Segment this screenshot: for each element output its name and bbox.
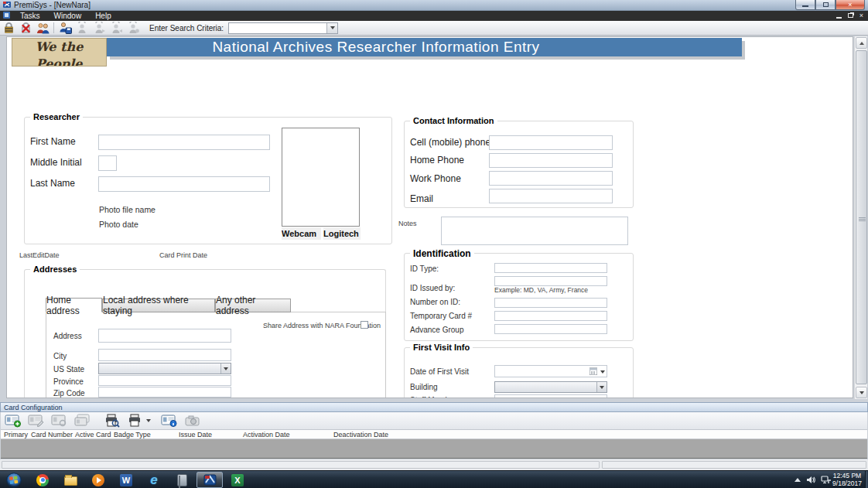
us-state-select[interactable] bbox=[98, 363, 231, 374]
print-preview-icon[interactable] bbox=[103, 414, 121, 428]
column-issue-date[interactable]: Issue Date bbox=[179, 431, 212, 439]
mdi-close-button[interactable]: × bbox=[859, 12, 863, 19]
notes-textarea[interactable] bbox=[441, 217, 628, 245]
cell-phone-input[interactable] bbox=[489, 135, 613, 150]
minimize-button[interactable] bbox=[795, 0, 815, 10]
save-user-icon[interactable] bbox=[56, 22, 73, 35]
search-criteria-combobox[interactable] bbox=[228, 22, 338, 34]
share-address-checkbox[interactable] bbox=[361, 321, 368, 329]
lock-icon[interactable] bbox=[0, 22, 17, 35]
users-icon[interactable] bbox=[34, 22, 51, 35]
scrollbar-thumb[interactable] bbox=[856, 50, 867, 384]
taskbar-internet-explorer[interactable]: e bbox=[141, 472, 167, 488]
taskbar-premisys-active[interactable] bbox=[196, 472, 223, 488]
taskbar-calculator[interactable] bbox=[169, 472, 195, 488]
column-badge-type[interactable]: Badge Type bbox=[114, 431, 151, 439]
copy-card-icon[interactable] bbox=[73, 414, 92, 428]
form-banner: National Archives Researcher Information… bbox=[107, 38, 742, 56]
network-icon[interactable] bbox=[821, 473, 831, 487]
tray-expand-icon[interactable] bbox=[795, 478, 801, 482]
id-type-input[interactable] bbox=[494, 263, 607, 273]
calendar-icon[interactable] bbox=[589, 367, 597, 377]
taskbar-word[interactable]: W bbox=[113, 472, 139, 488]
calculator-icon bbox=[177, 474, 187, 486]
temporary-card-input[interactable] bbox=[494, 311, 607, 321]
province-input[interactable] bbox=[98, 375, 231, 386]
taskbar-clock[interactable]: 12:45 PM 9/18/2017 bbox=[831, 473, 863, 487]
card-configuration-toolbar bbox=[1, 412, 867, 430]
province-label: Province bbox=[53, 377, 84, 386]
webcam-button[interactable]: Webcam bbox=[282, 227, 321, 240]
card-configuration-title: Card Configuration bbox=[4, 404, 63, 411]
tab-local-address[interactable]: Local address where staying bbox=[102, 299, 215, 312]
premisys-taskbar-icon bbox=[203, 473, 217, 486]
menu-window[interactable]: Window bbox=[47, 12, 89, 20]
date-dropdown-icon[interactable] bbox=[600, 370, 605, 374]
mdi-restore-button[interactable] bbox=[848, 13, 853, 18]
mdi-minimize-button[interactable] bbox=[836, 17, 842, 19]
edit-card-icon[interactable] bbox=[27, 414, 46, 428]
volume-icon[interactable] bbox=[806, 473, 815, 487]
tab-other-address[interactable]: Any other address bbox=[215, 299, 291, 312]
user-nav-icon-4[interactable] bbox=[125, 22, 142, 35]
photo-preview-box bbox=[282, 128, 360, 227]
card-grid-header: Primary Card Number Active Card Badge Ty… bbox=[1, 430, 867, 439]
middle-initial-input[interactable] bbox=[98, 155, 117, 171]
restore-button[interactable] bbox=[815, 0, 836, 10]
date-first-visit-input[interactable] bbox=[494, 365, 607, 377]
scroll-up-icon[interactable] bbox=[856, 37, 867, 49]
column-card-number[interactable]: Card Number bbox=[31, 431, 73, 439]
taskbar-excel[interactable]: X bbox=[224, 472, 251, 488]
user-nav-icon-1[interactable] bbox=[73, 22, 91, 35]
city-input[interactable] bbox=[98, 349, 231, 361]
add-card-icon[interactable] bbox=[4, 414, 22, 428]
id-issued-by-input[interactable] bbox=[494, 276, 607, 286]
print-icon[interactable] bbox=[126, 414, 145, 428]
form-vertical-scrollbar[interactable] bbox=[854, 36, 867, 399]
staff-member-input[interactable] bbox=[494, 394, 607, 398]
user-nav-icon-3[interactable] bbox=[108, 22, 125, 35]
combobox-dropdown-icon[interactable] bbox=[326, 23, 337, 33]
email-input[interactable] bbox=[489, 189, 613, 203]
view-card-icon[interactable] bbox=[50, 414, 69, 428]
card-info-icon[interactable] bbox=[160, 414, 179, 428]
logitech-button[interactable]: Logitech bbox=[323, 227, 361, 240]
last-name-input[interactable] bbox=[98, 176, 270, 192]
building-select[interactable] bbox=[494, 381, 607, 393]
print-options-dropdown-icon[interactable] bbox=[146, 419, 151, 422]
home-phone-input[interactable] bbox=[489, 153, 613, 168]
windows-start-orb-icon bbox=[6, 473, 22, 488]
address-input[interactable] bbox=[98, 329, 231, 343]
menu-bar: Tasks Window Help bbox=[0, 11, 868, 21]
work-phone-input[interactable] bbox=[489, 171, 613, 186]
title-bar: PremiSys - [NewNara] × bbox=[0, 0, 868, 11]
scroll-down-icon[interactable] bbox=[856, 387, 867, 398]
number-on-id-input[interactable] bbox=[494, 298, 607, 308]
column-deactivation-date[interactable]: Deactivation Date bbox=[333, 431, 388, 439]
taskbar-media-player[interactable] bbox=[85, 472, 111, 488]
status-bar bbox=[0, 459, 868, 470]
close-button[interactable]: × bbox=[836, 0, 865, 10]
show-desktop-button[interactable] bbox=[865, 471, 868, 488]
date-first-visit-label: Date of First Visit bbox=[410, 367, 469, 376]
notes-label: Notes bbox=[398, 220, 417, 227]
column-activation-date[interactable]: Activation Date bbox=[243, 431, 290, 439]
menu-tasks[interactable]: Tasks bbox=[13, 12, 47, 20]
tab-home-address[interactable]: Home address bbox=[46, 298, 102, 312]
premisys-app-icon bbox=[3, 1, 11, 10]
zip-code-input[interactable] bbox=[98, 387, 231, 398]
advance-group-input[interactable] bbox=[494, 324, 607, 334]
chrome-icon bbox=[36, 474, 49, 486]
start-button[interactable] bbox=[2, 472, 26, 488]
advance-group-label: Advance Group bbox=[410, 326, 464, 334]
capture-photo-icon[interactable] bbox=[183, 414, 202, 428]
user-nav-icon-2[interactable] bbox=[91, 22, 108, 35]
column-primary[interactable]: Primary bbox=[4, 431, 28, 439]
column-active-card[interactable]: Active Card bbox=[75, 431, 111, 439]
premisys-window: PremiSys - [NewNara] × Tasks Window Help… bbox=[0, 0, 868, 488]
taskbar-explorer[interactable] bbox=[57, 472, 84, 488]
menu-help[interactable]: Help bbox=[88, 12, 118, 20]
lock-deny-icon[interactable] bbox=[17, 22, 34, 35]
first-name-input[interactable] bbox=[98, 135, 270, 150]
taskbar-chrome[interactable] bbox=[29, 472, 56, 488]
